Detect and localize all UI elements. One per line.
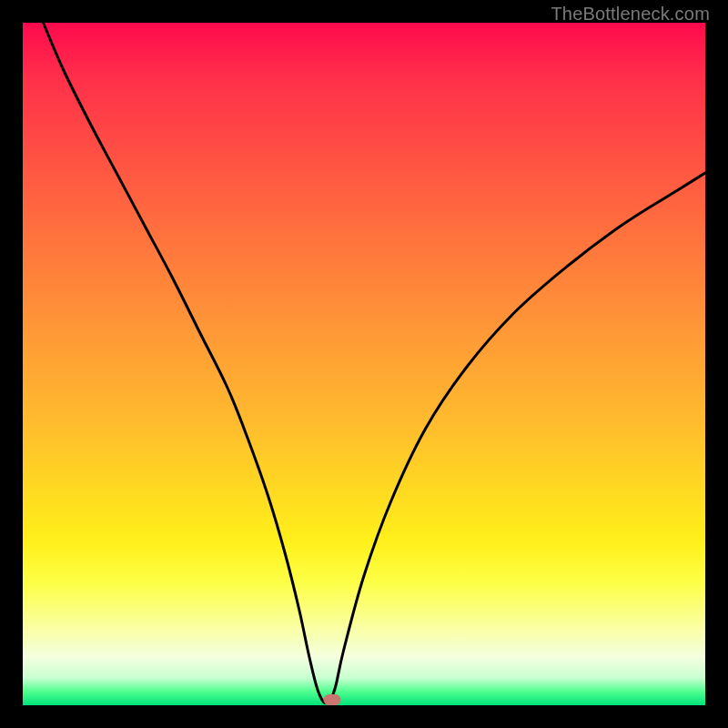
chart-frame: TheBottleneck.com: [0, 0, 728, 728]
watermark: TheBottleneck.com: [551, 4, 710, 25]
curve-layer: [23, 23, 705, 705]
plot-area: [23, 23, 705, 705]
optimum-marker: [323, 694, 340, 705]
bottleneck-curve: [44, 23, 706, 703]
